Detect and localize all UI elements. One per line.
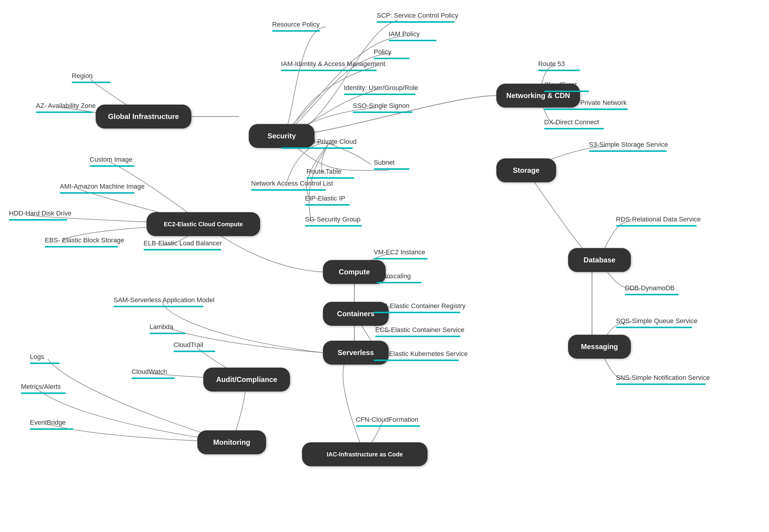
node-metrics: Metrics/Alerts xyxy=(21,383,66,394)
node-vm-ec2: VM-EC2 Instance xyxy=(374,248,428,259)
node-route-table-label: Route Table xyxy=(306,167,341,176)
node-az-bar xyxy=(36,111,93,113)
node-metrics-label: Metrics/Alerts xyxy=(21,383,61,391)
node-rds-bar xyxy=(616,225,697,227)
node-resource-policy-label: Resource Policy xyxy=(272,20,319,29)
node-autoscaling: Autoscaling xyxy=(377,272,422,283)
node-subnet-label: Subnet xyxy=(374,158,395,167)
hub-audit[interactable]: Audit/Compliance xyxy=(203,368,290,392)
node-resource-policy: Resource Policy xyxy=(272,20,320,32)
hub-compute[interactable]: Compute xyxy=(323,260,386,284)
node-autoscaling-label: Autoscaling xyxy=(377,272,411,281)
node-vpc-label: VPC-Virtual Private Cloud xyxy=(281,137,357,146)
node-cloudfront-label: CloudFront xyxy=(544,81,577,89)
node-ebs-bar xyxy=(45,246,118,247)
node-nacl: Network Access Control List xyxy=(251,179,333,191)
node-ddb-label: DDB-DynamoDB xyxy=(625,284,675,293)
node-sqs: SQS-Simple Queue Service xyxy=(616,317,698,328)
node-sqs-label: SQS-Simple Queue Service xyxy=(616,317,698,325)
hub-monitoring[interactable]: Monitoring xyxy=(197,430,266,454)
node-lambda-bar xyxy=(149,333,185,334)
hub-global-infra[interactable]: Global Infrastructure xyxy=(96,105,191,129)
hub-iac[interactable]: IAC-Infrastructure as Code xyxy=(302,442,428,466)
node-eks-label: EKS-Elastic Kubernetes Service xyxy=(374,350,468,358)
mind-map: Security Networking & CDN Global Infrast… xyxy=(0,0,769,532)
node-iam-policy-bar xyxy=(389,40,437,41)
node-cloudfront: CloudFront xyxy=(544,81,589,92)
node-ecs-bar xyxy=(375,336,461,337)
node-sg: SG-Security Group xyxy=(305,215,362,227)
node-nacl-bar xyxy=(251,189,326,191)
node-policy: Policy xyxy=(374,48,410,59)
node-cloudwatch-label: CloudWatch xyxy=(131,368,167,376)
hub-messaging[interactable]: Messaging xyxy=(568,335,631,359)
node-vm-ec2-label: VM-EC2 Instance xyxy=(374,248,425,257)
node-eventbridge: EventBridge xyxy=(30,418,73,430)
node-vpn: VPN-Virtual Private Network xyxy=(544,99,628,110)
node-identity-ugr: Identity: User/Group/Role xyxy=(344,84,418,95)
node-region: Region xyxy=(72,72,111,83)
node-eventbridge-bar xyxy=(30,428,73,430)
node-route53-bar xyxy=(538,70,580,71)
node-eventbridge-label: EventBridge xyxy=(30,418,66,427)
node-s3-bar xyxy=(589,150,667,152)
node-sso-bar xyxy=(353,111,413,113)
node-vpn-bar xyxy=(544,108,628,110)
hub-storage[interactable]: Storage xyxy=(496,158,556,182)
node-cloudwatch-bar xyxy=(131,377,175,379)
node-elb-bar xyxy=(143,249,221,250)
node-scp-label: SCP: Service Control Policy xyxy=(377,11,458,20)
node-cloudwatch: CloudWatch xyxy=(131,368,175,379)
node-ecs: ECS-Elastic Container Service xyxy=(375,326,464,337)
node-cfn: CFN-CloudFormation xyxy=(356,415,420,427)
node-lambda-label: Lambda xyxy=(149,323,173,331)
hub-containers-label: Containers xyxy=(337,310,374,318)
node-ecr-bar xyxy=(374,312,461,313)
hub-ec2-label: EC2-Elastic Cloud Compute xyxy=(164,221,243,228)
node-metrics-bar xyxy=(21,392,66,394)
node-route-table: Route Table xyxy=(306,167,354,179)
node-cloudtrail-label: CloudTrail xyxy=(173,341,203,349)
node-sam: SAM-Serverless Application Model xyxy=(114,296,214,307)
node-elb: ELB-Elastic Load Balancer xyxy=(143,239,222,250)
node-sg-bar xyxy=(305,225,362,227)
node-iam-policy-label: IAM Policy xyxy=(389,30,420,39)
node-cloudtrail-bar xyxy=(173,351,215,352)
hub-ec2[interactable]: EC2-Elastic Cloud Compute xyxy=(146,212,260,236)
node-ebs-label: EBS- Elastic Block Storage xyxy=(45,236,124,245)
node-az-label: AZ- Availability Zone xyxy=(36,102,96,110)
node-sam-label: SAM-Serverless Application Model xyxy=(114,296,214,305)
node-route-table-bar xyxy=(306,177,354,179)
hub-database[interactable]: Database xyxy=(568,248,631,272)
node-route53: Route 53 xyxy=(538,60,580,71)
node-custom-image-label: Custom Image xyxy=(90,155,132,164)
node-ddb-bar xyxy=(625,294,679,295)
node-sso: SSO-Single Signon xyxy=(353,102,413,113)
node-iam-identity-label: IAM-Identity & Access Management xyxy=(281,60,386,68)
node-logs-bar xyxy=(30,363,60,364)
node-eks-bar xyxy=(374,360,459,361)
node-policy-label: Policy xyxy=(374,48,392,56)
node-sam-bar xyxy=(114,306,203,307)
node-subnet-bar xyxy=(374,168,410,170)
node-sns: SNS-Simple Notification Service xyxy=(616,374,710,385)
node-eip-bar xyxy=(305,204,350,206)
node-cfn-bar xyxy=(356,425,420,427)
node-iam-policy: IAM Policy xyxy=(389,30,437,41)
node-ami-label: AMI-Amazon Machine Image xyxy=(60,182,145,191)
node-identity-ugr-bar xyxy=(344,94,416,95)
node-ddb: DDB-DynamoDB xyxy=(625,284,679,295)
node-eks: EKS-Elastic Kubernetes Service xyxy=(374,350,468,361)
node-scp-bar xyxy=(377,21,455,23)
node-cfn-label: CFN-CloudFormation xyxy=(356,415,418,424)
node-subnet: Subnet xyxy=(374,158,410,170)
hub-global-infra-label: Global Infrastructure xyxy=(108,112,179,121)
hub-compute-label: Compute xyxy=(339,268,370,276)
node-vm-ec2-bar xyxy=(374,258,428,259)
node-cloudfront-bar xyxy=(544,91,589,92)
node-resource-policy-bar xyxy=(272,30,320,32)
node-sg-label: SG-Security Group xyxy=(305,215,360,224)
node-autoscaling-bar xyxy=(377,282,422,283)
node-ami: AMI-Amazon Machine Image xyxy=(60,182,145,194)
node-lambda: Lambda xyxy=(149,323,185,334)
